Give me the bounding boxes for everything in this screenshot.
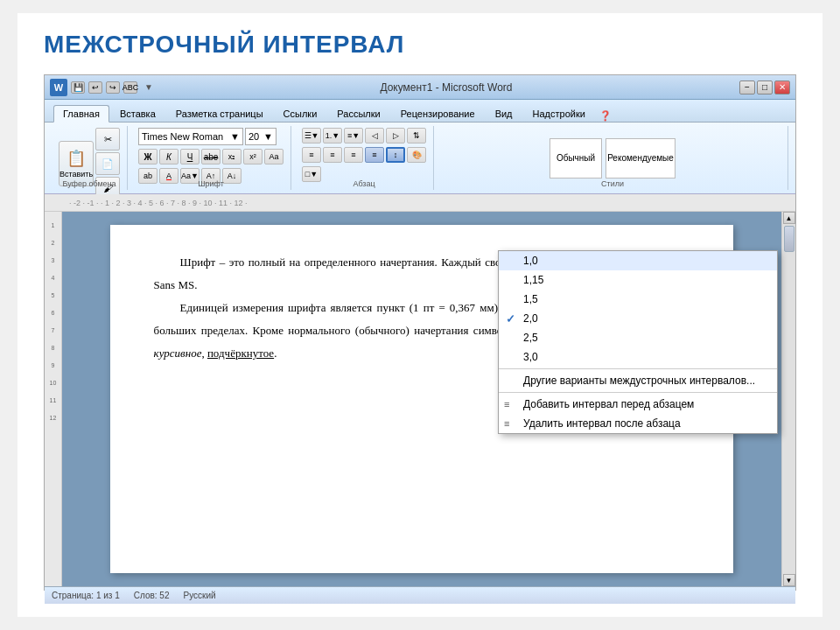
align-center-btn[interactable]: ≡	[323, 147, 342, 163]
window-controls: − □ ✕	[739, 80, 790, 94]
tab-review[interactable]: Рецензирование	[391, 105, 485, 122]
scroll-down-btn[interactable]: ▼	[783, 574, 795, 586]
styles-label: Стили	[601, 179, 624, 188]
size-dropdown-arrow[interactable]: ▼	[263, 131, 273, 142]
tab-home[interactable]: Главная	[53, 105, 109, 122]
clipboard-label: Буфер обмена	[62, 179, 116, 188]
indent-decrease-btn[interactable]: ◁	[365, 128, 384, 144]
underline-button[interactable]: Ч	[180, 149, 200, 164]
menu-item-3-0-label: 3,0	[523, 351, 538, 363]
undo-quick-btn[interactable]: ↩	[88, 81, 102, 94]
font-name-selector[interactable]: Times New Roman ▼	[138, 128, 243, 145]
menu-item-1-0[interactable]: 1,0	[499, 251, 777, 270]
font-color-btn[interactable]: A	[159, 168, 178, 184]
highlight-btn[interactable]: ab	[138, 168, 158, 184]
cut-button[interactable]: ✂	[95, 128, 120, 150]
tab-references[interactable]: Ссылки	[274, 105, 327, 122]
word-count: Слов: 52	[134, 591, 170, 600]
save-quick-btn[interactable]: 💾	[71, 81, 85, 94]
page-info: Страница: 1 из 1	[52, 591, 120, 600]
menu-item-1-0-label: 1,0	[523, 255, 538, 267]
italic-button[interactable]: К	[159, 149, 178, 164]
menu-item-add-before[interactable]: ≡ Добавить интервал перед абзацем	[499, 395, 777, 414]
checkmark-icon: ✓	[506, 312, 515, 326]
document-title: Документ1 - Microsoft Word	[380, 81, 512, 94]
styles-group: Обычный Рекомендуемые Стили	[438, 126, 788, 190]
paragraph-row2: ≡ ≡ ≡ ≡ ↕ 🎨	[302, 147, 426, 163]
redo-quick-btn[interactable]: ↪	[106, 81, 120, 94]
spellcheck-quick-btn[interactable]: ABC	[123, 81, 137, 94]
subscript-button[interactable]: x₂	[222, 149, 242, 164]
status-bar: Страница: 1 из 1 Слов: 52 Русский	[45, 586, 795, 604]
horizontal-ruler: · -2 · -1 · · 1 · 2 · 3 · 4 · 5 · 6 · 7 …	[45, 194, 795, 212]
align-right-btn[interactable]: ≡	[344, 147, 363, 163]
font-size-down-btn[interactable]: A↓	[222, 168, 242, 184]
align-left-btn[interactable]: ≡	[302, 147, 321, 163]
page-title: МЕЖСТРОЧНЫЙ ИНТЕРВАЛ	[44, 31, 796, 59]
menu-item-1-15-label: 1,15	[523, 274, 543, 286]
style-heading-btn[interactable]: Рекомендуемые	[606, 138, 676, 178]
border-btn[interactable]: □▼	[302, 166, 321, 182]
scroll-thumb[interactable]	[784, 226, 794, 252]
tab-insert[interactable]: Вставка	[110, 105, 165, 122]
ruler-numbers: · -2 · -1 · · 1 · 2 · 3 · 4 · 5 · 6 · 7 …	[69, 199, 248, 207]
paragraph-row1: ☰▼ 1.▼ ≡▼ ◁ ▷ ⇅	[302, 128, 426, 144]
aa-btn[interactable]: Aa	[264, 149, 284, 164]
line-spacing-dropdown: 1,0 1,15 1,5 ✓ 2,0 2,5 3,0 Другие вариан…	[498, 250, 778, 434]
menu-item-2-5[interactable]: 2,5	[499, 328, 777, 347]
strikethrough-button[interactable]: abe	[201, 149, 220, 164]
other-options-label: Другие варианты междустрочных интервалов…	[523, 374, 755, 387]
language-indicator: Русский	[183, 591, 215, 600]
aa-caps-btn[interactable]: Aa▼	[180, 168, 200, 184]
ribbon-tabs: Главная Вставка Разметка страницы Ссылки…	[45, 100, 795, 122]
tab-addins[interactable]: Надстройки	[523, 105, 595, 122]
menu-item-2-0-label: 2,0	[523, 312, 538, 325]
scroll-up-btn[interactable]: ▲	[783, 212, 795, 224]
clipboard-group: 📋 Вставить ✂ 📄 🖌 Буфер обмена	[52, 126, 128, 190]
tab-mailings[interactable]: Рассылки	[327, 105, 389, 122]
format-row: Ж К Ч abe x₂ x² Aa	[138, 149, 284, 164]
font-selector-row: Times New Roman ▼ 20 ▼	[138, 128, 276, 145]
title-bar: W 💾 ↩ ↪ ABC ▼ Документ1 - Microsoft Word…	[45, 75, 795, 100]
menu-item-3-0[interactable]: 3,0	[499, 347, 777, 367]
font-dropdown-arrow[interactable]: ▼	[230, 131, 240, 142]
menu-item-other-options[interactable]: Другие варианты междустрочных интервалов…	[499, 371, 777, 390]
bold-button[interactable]: Ж	[138, 149, 158, 164]
style-normal-btn[interactable]: Обычный	[550, 138, 602, 178]
shading-btn[interactable]: 🎨	[407, 147, 426, 163]
superscript-button[interactable]: x²	[243, 149, 262, 164]
tab-view[interactable]: Вид	[486, 105, 522, 122]
minimize-button[interactable]: −	[739, 80, 755, 94]
word-icon: W	[50, 79, 67, 96]
font-group: Times New Roman ▼ 20 ▼ Ж К Ч abe x₂	[131, 126, 291, 190]
tab-page-layout[interactable]: Разметка страницы	[166, 105, 273, 122]
list-bullets-btn[interactable]: ☰▼	[302, 128, 321, 144]
font-group-label: Шрифт	[198, 179, 224, 188]
maximize-button[interactable]: □	[757, 80, 773, 94]
list-numbers-btn[interactable]: 1.▼	[323, 128, 342, 144]
vertical-scrollbar: ▲ ▼	[781, 212, 795, 586]
close-button[interactable]: ✕	[774, 80, 790, 94]
indent-increase-btn[interactable]: ▷	[386, 128, 405, 144]
help-icon[interactable]: ❓	[599, 110, 612, 122]
ribbon-toolbar: 📋 Вставить ✂ 📄 🖌 Буфер обмена	[45, 122, 795, 194]
menu-item-2-0[interactable]: ✓ 2,0	[499, 309, 777, 328]
title-bar-left: W 💾 ↩ ↪ ABC ▼	[50, 79, 153, 96]
menu-item-1-15[interactable]: 1,15	[499, 270, 777, 290]
word-window: W 💾 ↩ ↪ ABC ▼ Документ1 - Microsoft Word…	[44, 74, 796, 591]
menu-item-1-5[interactable]: 1,5	[499, 290, 777, 309]
menu-item-remove-after[interactable]: ≡ Удалить интервал после абзаца	[499, 414, 777, 433]
copy-button[interactable]: 📄	[95, 152, 120, 175]
menu-divider-1	[499, 368, 777, 369]
clipboard-content: 📋 Вставить ✂ 📄 🖌	[59, 128, 120, 200]
line-spacing-btn[interactable]: ↕	[386, 147, 405, 163]
remove-after-label: Удалить интервал после абзаца	[523, 417, 681, 430]
align-justify-btn[interactable]: ≡	[365, 147, 384, 163]
font-size-selector[interactable]: 20 ▼	[245, 128, 276, 145]
paragraph-row3: □▼	[302, 166, 321, 182]
quick-access-arrow[interactable]: ▼	[144, 82, 153, 92]
add-before-icon: ≡	[504, 399, 509, 410]
list-multilevel-btn[interactable]: ≡▼	[344, 128, 363, 144]
sort-btn[interactable]: ⇅	[407, 128, 426, 144]
remove-after-icon: ≡	[504, 418, 509, 429]
